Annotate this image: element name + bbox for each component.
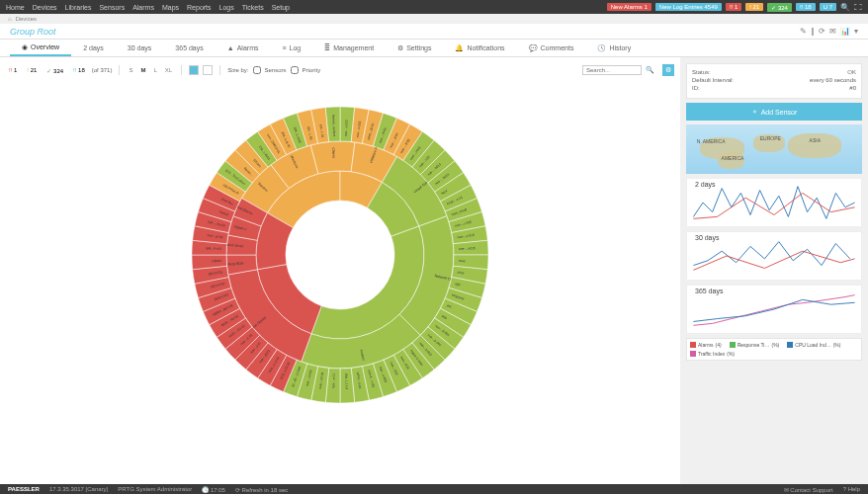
minichart-365days[interactable]: 365 days [686,285,862,334]
status-badge-paused[interactable]: !! 18 [796,3,816,11]
new-alarms-badge[interactable]: New Alarms 1 [607,3,651,11]
svg-text:nue-...s-012: nue-...s-012 [344,120,349,136]
svg-text:nue-...e-11: nue-...e-11 [331,373,336,389]
sensors-checkbox[interactable] [253,66,261,74]
breadcrumb-item[interactable]: Devices [16,16,37,22]
management-icon: ≣ [324,44,330,52]
refresh-icon[interactable]: ⟳ [819,27,825,36]
tab-history[interactable]: 🕓History [585,40,643,56]
divider [119,65,120,75]
settings-icon: ⚙ [397,44,403,52]
map-label: EUROPE [760,135,781,141]
nav-libraries[interactable]: Libraries [65,4,92,11]
legend-item: Traffic Index (%) [690,351,735,357]
footer-support[interactable]: ✉ Contact Support [784,486,833,493]
nav-tickets[interactable]: Tickets [242,4,264,11]
tab-log[interactable]: ≡Log [270,40,312,56]
nav-logs[interactable]: Logs [219,4,234,11]
tab-alarms[interactable]: ▲Alarms [216,40,271,56]
interval-label: Default Interval: [692,77,734,83]
map-label: ASIA [810,137,821,143]
tab-365days[interactable]: 365 days [163,40,215,56]
legend-swatch [730,342,736,348]
size-s[interactable]: S [127,67,134,73]
search-submit-icon[interactable]: 🔍 [646,66,654,74]
add-sensor-button[interactable]: ＋ Add Sensor [686,103,862,121]
priority-label: Priority [303,67,321,73]
tab-settings[interactable]: ⚙Settings [386,40,443,56]
title-bar: Group Root ✎ ‖ ⟳ ✉ 📊 ▾ [0,24,868,40]
status-badge-warn[interactable]: ! 21 [745,3,763,11]
footer-refresh: ⟳ Refresh in 18 sec [235,486,288,493]
pause-icon[interactable]: ‖ [811,27,815,36]
status-badge-up[interactable]: ✓ 324 [767,3,792,12]
nav-setup[interactable]: Setup [272,4,290,11]
footer-brand[interactable]: PAESSLER [8,486,40,492]
page-title: Group Root [10,27,56,37]
tab-30days[interactable]: 30 days [116,40,164,56]
view-grid-button[interactable] [203,65,213,75]
chart-icon[interactable]: 📊 [840,27,850,36]
alarm-icon: ▲ [227,44,234,51]
status-badge-down[interactable]: !! 1 [726,3,741,11]
right-sidebar: Status:OK Default Interval:every 60 seco… [680,57,868,484]
stat-paused[interactable]: 18 [70,66,88,74]
sunburst-chart[interactable]: ServersWindowsClientsVMWare HostsVirtual… [182,97,498,413]
id-label: ID: [692,85,700,91]
size-xl[interactable]: XL [163,67,174,73]
minichart-2days[interactable]: 2 days [686,178,862,227]
legend-swatch [690,342,696,348]
minichart-30days[interactable]: 30 days [686,231,862,281]
view-sunburst-button[interactable] [189,65,199,75]
tab-2days[interactable]: 2 days [71,40,116,56]
tab-management[interactable]: ≣Management [312,40,386,56]
nav-devices[interactable]: Devices [33,4,57,11]
priority-checkbox[interactable] [291,66,299,74]
search-input[interactable] [582,65,642,75]
search-icon[interactable]: 🔍 [840,3,850,12]
top-nav: Home Devices Libraries Sensors Alarms Ma… [0,0,868,14]
id-value: #0 [849,85,856,91]
view-toolbar: 1 21 324 18 (of 371) S M L XL Size by: S… [6,63,674,77]
menu-icon[interactable]: ▾ [854,27,858,36]
status-panel: Status:OK Default Interval:every 60 seco… [686,63,862,99]
home-icon[interactable]: ⌂ [8,16,12,22]
stat-down[interactable]: 1 [6,66,20,74]
nav-reports[interactable]: Reports [187,4,212,11]
nav-alarms[interactable]: Alarms [132,4,154,11]
breadcrumb: ⌂ Devices [0,14,868,24]
tab-notifications[interactable]: 🔔Notifications [443,40,516,56]
size-m[interactable]: M [138,67,147,73]
world-map[interactable]: N. AMERICA EUROPE ASIA AMERICA [686,124,862,174]
footer-user: PRTG System Administrator [118,486,192,492]
nav-maps[interactable]: Maps [162,4,179,11]
stat-total: (of 371) [92,67,113,73]
status-label: Status: [692,69,711,75]
svg-text:tpla...tr-v01: tpla...tr-v01 [206,246,221,251]
new-log-badge[interactable]: New Log Entries 4549 [655,3,722,11]
nav-sensors[interactable]: Sensors [99,4,125,11]
status-value: OK [847,69,856,75]
mail-icon[interactable]: ✉ [829,27,836,36]
footer-time: 🕓 17:05 [202,486,225,493]
fullscreen-icon[interactable]: ⛶ [854,3,862,12]
footer-version: 17.3.35.3017 [Canary] [49,486,108,492]
plus-icon: ＋ [751,107,758,117]
legend-item: CPU Load Ind… (%) [787,342,840,348]
size-l[interactable]: L [151,67,158,73]
nav-home[interactable]: Home [6,4,25,11]
map-label: N. AMERICA [697,138,726,144]
footer-help[interactable]: ? Help [843,486,860,493]
divider [219,65,220,75]
main-content: 1 21 324 18 (of 371) S M L XL Size by: S… [0,57,680,484]
stat-up[interactable]: 324 [43,66,66,75]
stat-warn[interactable]: 21 [24,66,40,74]
edit-icon[interactable]: ✎ [800,27,807,36]
tab-overview[interactable]: ◉Overview [10,40,71,56]
tab-comments[interactable]: 💬Comments [517,40,586,56]
nav-links: Home Devices Libraries Sensors Alarms Ma… [6,4,290,11]
size-by-label: Size by: [227,67,248,73]
search-box [582,65,642,75]
status-badge-unknown[interactable]: U 7 [820,3,836,11]
options-gear-button[interactable]: ⚙ [662,64,674,76]
